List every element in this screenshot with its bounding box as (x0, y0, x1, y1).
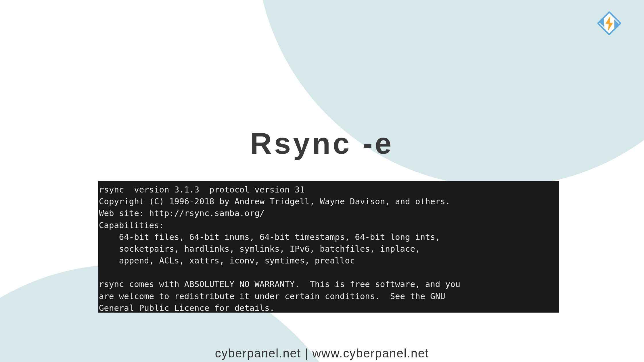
terminal-output: rsync version 3.1.3 protocol version 31 … (98, 181, 559, 313)
lightning-bolt-icon (597, 11, 621, 35)
cyberpanel-logo (597, 11, 621, 36)
page-title: Rsync -e (250, 126, 394, 161)
terminal-text: rsync version 3.1.3 protocol version 31 … (99, 184, 558, 313)
footer-text: cyberpanel.net | www.cyberpanel.net (215, 346, 429, 360)
